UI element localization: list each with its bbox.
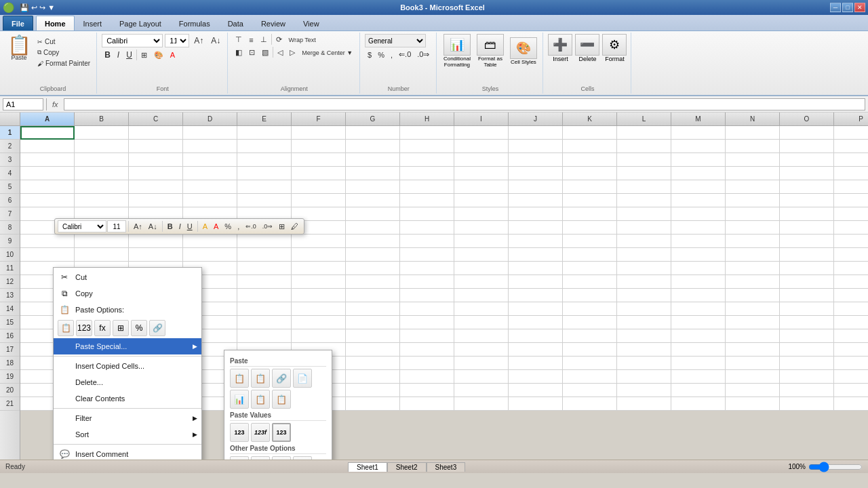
cell-N15[interactable] bbox=[726, 316, 780, 329]
cell-K7[interactable] bbox=[563, 207, 617, 221]
mini-percent-button[interactable]: % bbox=[222, 221, 234, 232]
cell-G18[interactable] bbox=[346, 357, 400, 370]
cell-K18[interactable] bbox=[563, 357, 617, 370]
cell-F6[interactable] bbox=[292, 194, 346, 207]
tab-file[interactable]: File bbox=[3, 16, 33, 30]
paste-option-2[interactable]: 123 bbox=[76, 320, 92, 336]
currency-button[interactable]: $ bbox=[365, 49, 374, 60]
mini-fill-color-button[interactable]: A bbox=[200, 221, 210, 232]
cell-J10[interactable] bbox=[509, 248, 563, 262]
cell-M6[interactable] bbox=[671, 194, 726, 207]
tab-home[interactable]: Home bbox=[36, 16, 75, 30]
cell-I8[interactable] bbox=[454, 221, 509, 235]
cell-H6[interactable] bbox=[400, 194, 454, 207]
tab-view[interactable]: View bbox=[294, 16, 328, 30]
cell-I7[interactable] bbox=[454, 207, 509, 221]
insert-cell-button[interactable]: ➕ Insert bbox=[548, 34, 572, 62]
ctx-sort[interactable]: Sort ▶ bbox=[54, 426, 201, 443]
cell-M10[interactable] bbox=[671, 248, 726, 262]
cell-F1[interactable] bbox=[292, 126, 346, 140]
cell-K19[interactable] bbox=[563, 370, 617, 384]
cell-P10[interactable] bbox=[834, 248, 868, 262]
cell-P3[interactable] bbox=[834, 153, 868, 167]
col-header-P[interactable]: P bbox=[834, 113, 868, 125]
cell-H14[interactable] bbox=[400, 302, 454, 316]
mini-comma-button[interactable]: , bbox=[235, 221, 242, 232]
cell-K15[interactable] bbox=[563, 316, 617, 329]
cell-M18[interactable] bbox=[671, 357, 726, 370]
cell-O11[interactable] bbox=[780, 262, 834, 275]
cell-P16[interactable] bbox=[834, 329, 868, 343]
cell-C1[interactable] bbox=[129, 126, 183, 140]
cell-D3[interactable] bbox=[183, 153, 237, 167]
cell-N18[interactable] bbox=[726, 357, 780, 370]
cell-F3[interactable] bbox=[292, 153, 346, 167]
row-header-20[interactable]: 20 bbox=[0, 384, 20, 397]
cell-B9[interactable] bbox=[75, 235, 129, 248]
cell-F15[interactable] bbox=[292, 316, 346, 329]
cell-F13[interactable] bbox=[292, 289, 346, 302]
paste-icon-transpose[interactable]: 📋 bbox=[272, 390, 291, 409]
cell-K5[interactable] bbox=[563, 180, 617, 194]
col-header-G[interactable]: G bbox=[346, 113, 400, 125]
cell-N10[interactable] bbox=[726, 248, 780, 262]
mini-decrease-font-button[interactable]: A↓ bbox=[146, 221, 160, 232]
cell-B5[interactable] bbox=[75, 180, 129, 194]
cell-G9[interactable] bbox=[346, 235, 400, 248]
cell-N13[interactable] bbox=[726, 289, 780, 302]
cell-P4[interactable] bbox=[834, 167, 868, 180]
cell-J8[interactable] bbox=[509, 221, 563, 235]
cell-L1[interactable] bbox=[617, 126, 671, 140]
conditional-formatting-button[interactable]: 📊 Conditional Formatting bbox=[441, 34, 472, 68]
cell-K4[interactable] bbox=[563, 167, 617, 180]
cell-B1[interactable] bbox=[75, 126, 129, 140]
cell-N6[interactable] bbox=[726, 194, 780, 207]
cell-D2[interactable] bbox=[183, 140, 237, 153]
paste-option-6[interactable]: 🔗 bbox=[149, 320, 165, 336]
cell-G10[interactable] bbox=[346, 248, 400, 262]
cell-G21[interactable] bbox=[346, 397, 400, 411]
cell-M12[interactable] bbox=[671, 275, 726, 289]
font-size-select[interactable]: 11 bbox=[165, 34, 189, 47]
paste-icon-source-formatting[interactable]: 📄 bbox=[293, 369, 312, 388]
cell-O20[interactable] bbox=[780, 384, 834, 397]
cell-I20[interactable] bbox=[454, 384, 509, 397]
cell-L16[interactable] bbox=[617, 329, 671, 343]
cell-N3[interactable] bbox=[726, 153, 780, 167]
col-header-D[interactable]: D bbox=[183, 113, 237, 125]
font-name-select[interactable]: Calibri bbox=[102, 34, 163, 47]
cell-P7[interactable] bbox=[834, 207, 868, 221]
cell-K12[interactable] bbox=[563, 275, 617, 289]
cell-M3[interactable] bbox=[671, 153, 726, 167]
cell-O12[interactable] bbox=[780, 275, 834, 289]
cell-B2[interactable] bbox=[75, 140, 129, 153]
cell-N14[interactable] bbox=[726, 302, 780, 316]
cell-L11[interactable] bbox=[617, 262, 671, 275]
cell-O15[interactable] bbox=[780, 316, 834, 329]
cell-N8[interactable] bbox=[726, 221, 780, 235]
cell-K20[interactable] bbox=[563, 384, 617, 397]
align-right-button[interactable]: ▧ bbox=[259, 47, 271, 58]
cell-J17[interactable] bbox=[509, 343, 563, 357]
percent-button[interactable]: % bbox=[375, 49, 387, 60]
align-bottom-button[interactable]: ⊥ bbox=[258, 34, 270, 45]
cell-G11[interactable] bbox=[346, 262, 400, 275]
cell-E2[interactable] bbox=[237, 140, 292, 153]
cell-C9[interactable] bbox=[129, 235, 183, 248]
cell-P8[interactable] bbox=[834, 221, 868, 235]
col-header-E[interactable]: E bbox=[237, 113, 292, 125]
cell-I9[interactable] bbox=[454, 235, 509, 248]
cell-H2[interactable] bbox=[400, 140, 454, 153]
mini-increase-decimal-button[interactable]: .0⇒ bbox=[260, 222, 276, 231]
cell-P5[interactable] bbox=[834, 180, 868, 194]
cell-D5[interactable] bbox=[183, 180, 237, 194]
col-header-M[interactable]: M bbox=[671, 113, 726, 125]
other-paste-icon-4[interactable]: 📋 bbox=[293, 456, 312, 460]
cell-F14[interactable] bbox=[292, 302, 346, 316]
cell-E14[interactable] bbox=[237, 302, 292, 316]
cell-J7[interactable] bbox=[509, 207, 563, 221]
cell-P2[interactable] bbox=[834, 140, 868, 153]
cell-G19[interactable] bbox=[346, 370, 400, 384]
cell-I14[interactable] bbox=[454, 302, 509, 316]
row-header-15[interactable]: 15 bbox=[0, 316, 20, 329]
